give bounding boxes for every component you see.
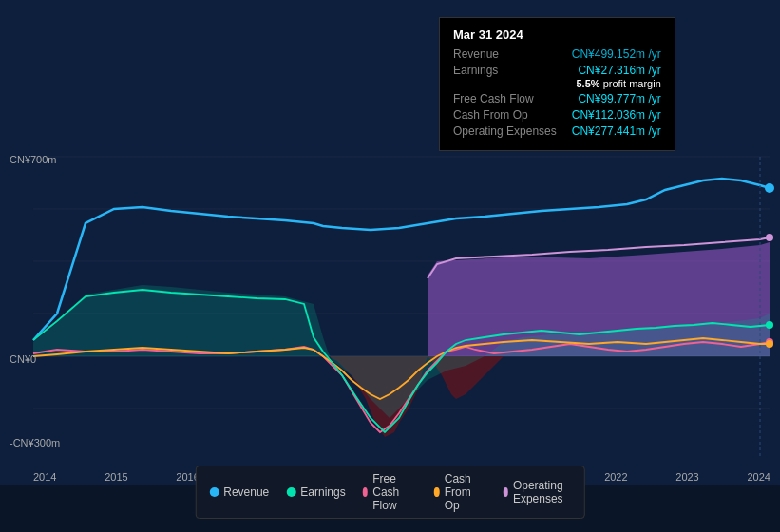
tooltip-row-fcf: Free Cash Flow CN¥99.777m /yr (453, 92, 661, 105)
tooltip-row-earnings: Earnings CN¥27.316m /yr (453, 64, 661, 77)
legend-label-revenue: Revenue (223, 485, 269, 499)
chart-container: CN¥700m CN¥0 -CN¥300m 2014 2015 2016 201… (0, 0, 780, 532)
tooltip-label-fcf: Free Cash Flow (453, 92, 534, 105)
legend-label-fcf: Free Cash Flow (372, 472, 417, 512)
y-label-neg: -CN¥300m (10, 437, 60, 448)
tooltip-row-opex: Operating Expenses CN¥277.441m /yr (453, 124, 661, 138)
x-label-2014: 2014 (33, 471, 56, 483)
tooltip-date: Mar 31 2024 (453, 28, 661, 42)
y-label-zero: CN¥0 (10, 353, 36, 365)
legend-dot-revenue (209, 487, 219, 497)
tooltip-profit-margin: 5.5% profit margin (453, 78, 661, 89)
svg-point-8 (766, 234, 773, 241)
legend-dot-opex (503, 487, 508, 497)
legend-label-earnings: Earnings (300, 485, 345, 499)
tooltip-value-fcf: CN¥99.777m /yr (578, 92, 660, 105)
tooltip-value-earnings: CN¥27.316m /yr (578, 64, 660, 77)
legend-item-revenue[interactable]: Revenue (209, 472, 269, 512)
legend-label-cashop: Cash From Op (445, 472, 486, 512)
tooltip-label-revenue: Revenue (453, 48, 499, 61)
x-label-2023: 2023 (675, 471, 698, 483)
tooltip-value-revenue: CN¥499.152m /yr (572, 48, 661, 61)
y-label-top: CN¥700m (10, 154, 57, 165)
tooltip-label-cashop: Cash From Op (453, 108, 528, 122)
tooltip-value-cashop: CN¥112.036m /yr (572, 108, 661, 122)
tooltip-label-opex: Operating Expenses (453, 124, 557, 138)
legend-dot-earnings (286, 487, 295, 497)
tooltip-value-opex: CN¥277.441m /yr (572, 124, 661, 138)
tooltip-row-revenue: Revenue CN¥499.152m /yr (453, 48, 661, 61)
legend-dot-fcf (363, 487, 369, 497)
x-label-2022: 2022 (604, 471, 627, 483)
tooltip-row-cashop: Cash From Op CN¥112.036m /yr (453, 108, 661, 122)
svg-point-11 (766, 321, 773, 329)
legend-item-cashop[interactable]: Cash From Op (434, 472, 485, 512)
x-label-2015: 2015 (105, 471, 127, 483)
svg-point-10 (766, 340, 773, 348)
legend-item-opex[interactable]: Operating Expenses (503, 472, 570, 512)
legend-dot-cashop (434, 487, 440, 497)
legend: Revenue Earnings Free Cash Flow Cash Fro… (195, 466, 585, 519)
tooltip-label-earnings: Earnings (453, 64, 498, 77)
tooltip-box: Mar 31 2024 Revenue CN¥499.152m /yr Earn… (439, 17, 675, 151)
legend-label-opex: Operating Expenses (513, 479, 571, 505)
legend-item-earnings[interactable]: Earnings (286, 472, 345, 512)
legend-item-fcf[interactable]: Free Cash Flow (363, 472, 418, 512)
x-label-2024: 2024 (747, 471, 770, 483)
svg-point-7 (765, 183, 774, 193)
